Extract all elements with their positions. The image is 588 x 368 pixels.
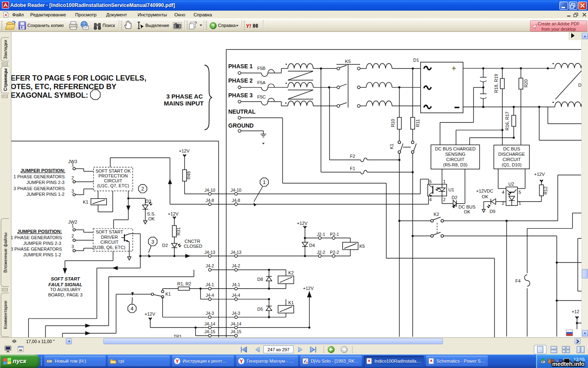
svg-text:J4-3: J4-3 — [206, 311, 214, 316]
svg-text:DC BUS: DC BUS — [503, 146, 520, 151]
svg-text:R48: R48 — [186, 171, 191, 180]
svg-text:DC BUS CHARGED: DC BUS CHARGED — [435, 146, 476, 151]
svg-text:U2: U2 — [508, 182, 514, 186]
svg-text:P2-2: P2-2 — [330, 250, 339, 255]
svg-text:medteh.info: medteh.info — [552, 361, 584, 367]
svg-text:Y!: Y! — [246, 23, 252, 29]
svg-text:U1: U1 — [448, 187, 454, 192]
svg-text:R16, R17: R16, R17 — [505, 112, 510, 130]
svg-text:J4-10: J4-10 — [205, 188, 215, 193]
svg-text:F5A: F5A — [257, 80, 266, 85]
svg-text:JUMPER PINS 1-2: JUMPER PINS 1-2 — [27, 192, 65, 197]
svg-text:J4-2: J4-2 — [206, 263, 214, 268]
svg-text:K5: K5 — [345, 59, 351, 64]
svg-text:K1: K1 — [288, 300, 294, 305]
svg-text:D2: D2 — [452, 195, 457, 200]
svg-text:SOFT START: SOFT START — [96, 229, 123, 234]
svg-text:J4-8: J4-8 — [206, 198, 214, 203]
svg-text:F2: F2 — [350, 154, 355, 159]
svg-text:K1: K1 — [389, 144, 394, 149]
svg-text:D9: D9 — [490, 209, 495, 214]
svg-text:CIRCUIT: CIRCUIT — [104, 178, 122, 183]
svg-text:J4-15: J4-15 — [205, 329, 215, 334]
svg-text:J4-3: J4-3 — [232, 311, 241, 316]
svg-text:OK: OK — [464, 209, 471, 214]
svg-text:SENSING: SENSING — [445, 152, 466, 157]
svg-text:3 PHASE GENERATORS: 3 PHASE GENERATORS — [13, 186, 65, 191]
svg-text:4: 4 — [429, 197, 432, 202]
svg-text:JUMPER PINS 1-2: JUMPER PINS 1-2 — [23, 252, 61, 257]
svg-text:Y: Y — [240, 359, 243, 364]
svg-text:OTES, ETC, REFERENCED BY: OTES, ETC, REFERENCED BY — [11, 83, 116, 91]
svg-text:P2-1: P2-1 — [330, 232, 339, 237]
svg-text:1: 1 — [71, 223, 74, 228]
svg-text:K2: K2 — [288, 270, 294, 275]
svg-text:GROUND: GROUND — [228, 122, 254, 129]
svg-text:JUMPER POSITION:: JUMPER POSITION: — [20, 168, 65, 173]
svg-text:?: ? — [212, 23, 215, 28]
svg-text:J4-4: J4-4 — [206, 293, 214, 298]
svg-text:J4-13: J4-13 — [205, 250, 215, 255]
svg-text:D: D — [578, 83, 581, 88]
svg-text:5: 5 — [519, 190, 521, 195]
svg-text:1 PHASE GENERATORS: 1 PHASE GENERATORS — [11, 235, 62, 240]
svg-text:R10: R10 — [390, 119, 395, 127]
svg-text:+12: +12 — [572, 309, 579, 314]
svg-text:3: 3 — [151, 239, 154, 245]
svg-text:FAULT SIGNAL: FAULT SIGNAL — [49, 282, 82, 287]
svg-text:(Q1, D10): (Q1, D10) — [502, 162, 521, 167]
svg-text:K1: K1 — [83, 200, 88, 204]
svg-text:+12V: +12V — [179, 148, 190, 153]
svg-text:S.S.: S.S. — [147, 211, 156, 216]
svg-text:(U1C, Q7, ETC): (U1C, Q7, ETC) — [97, 183, 129, 188]
svg-text:CIRCUIT: CIRCUIT — [100, 240, 119, 245]
svg-text:K1: K1 — [165, 292, 171, 296]
svg-text:DC BUS: DC BUS — [459, 204, 476, 209]
svg-text:+12V: +12V — [145, 312, 156, 316]
svg-text:(R5-R8, D3): (R5-R8, D3) — [443, 162, 467, 167]
svg-text:D1: D1 — [413, 58, 419, 63]
svg-text:3 PHASE GENERATORS: 3 PHASE GENERATORS — [11, 247, 62, 251]
svg-text:2: 2 — [141, 186, 144, 192]
svg-text:CNCTR: CNCTR — [185, 239, 200, 244]
svg-text:4: 4 — [502, 190, 504, 195]
svg-text:J4-15: J4-15 — [231, 329, 241, 334]
svg-text:F1: F1 — [350, 166, 355, 171]
svg-text:F5B: F5B — [257, 66, 265, 71]
svg-text:JUMPER PINS 2-3: JUMPER PINS 2-3 — [27, 180, 65, 185]
svg-text:4: 4 — [131, 305, 134, 312]
svg-text:2: 2 — [71, 175, 74, 180]
svg-text:J4-13: J4-13 — [231, 250, 241, 255]
svg-text:J4-8: J4-8 — [232, 198, 241, 203]
svg-text:J4-1: J4-1 — [232, 282, 241, 287]
svg-text:J4-2: J4-2 — [232, 263, 241, 268]
svg-text:+12VDC: +12VDC — [476, 188, 493, 193]
svg-text:DRIVER: DRIVER — [101, 235, 118, 240]
svg-text:OK: OK — [148, 216, 155, 221]
svg-text:NEUTRAL: NEUTRAL — [228, 108, 256, 115]
svg-text:CIRCUIT: CIRCUIT — [446, 157, 465, 162]
svg-text:J4-4: J4-4 — [232, 293, 241, 298]
svg-text:+: + — [452, 64, 456, 72]
svg-text:JUMPER PINS 2-3: JUMPER PINS 2-3 — [23, 241, 61, 246]
svg-text:D5: D5 — [257, 307, 263, 312]
svg-text:R1, R2: R1, R2 — [177, 281, 191, 286]
svg-text:+12V: +12V — [534, 172, 545, 177]
svg-text:D8: D8 — [257, 277, 263, 282]
svg-text:F4: F4 — [515, 278, 521, 283]
svg-text:+12V: +12V — [168, 211, 179, 216]
svg-text:SOFT START: SOFT START — [51, 276, 80, 281]
svg-text:1: 1 — [71, 162, 74, 167]
svg-text:3: 3 — [71, 244, 74, 249]
svg-text:DISCHARGE: DISCHARGE — [498, 152, 525, 157]
svg-text:+12V: +12V — [303, 286, 314, 291]
svg-text:K2: K2 — [434, 212, 439, 217]
svg-text:PHASE 2: PHASE 2 — [228, 77, 253, 84]
svg-text:D4: D4 — [309, 243, 315, 248]
svg-text:(U3B, Q6, ETC): (U3B, Q6, ETC) — [94, 245, 125, 250]
svg-text:Y: Y — [176, 359, 179, 364]
svg-text:J4-14: J4-14 — [231, 321, 241, 326]
svg-text:R12: R12 — [543, 186, 548, 195]
svg-text:+12V: +12V — [297, 221, 308, 226]
svg-text:1: 1 — [443, 179, 445, 184]
